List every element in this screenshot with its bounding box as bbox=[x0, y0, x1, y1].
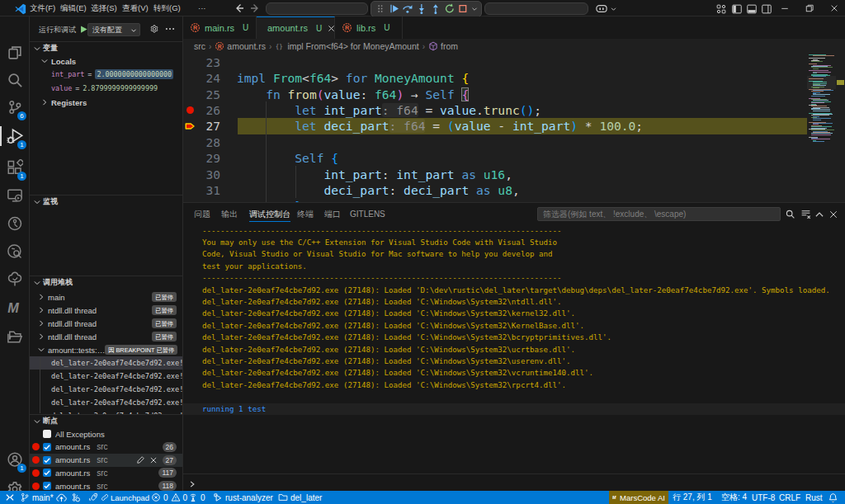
tab-lib.rs[interactable]: Rlib.rsU bbox=[335, 16, 403, 39]
statusbar-notifications[interactable] bbox=[828, 491, 838, 504]
breakpoint-row[interactable]: amount.rssrc118 bbox=[30, 479, 182, 491]
variable-row-int_part[interactable]: int_part=2.0000000000000000 bbox=[30, 68, 182, 81]
activity-source-control-icon[interactable]: 6 bbox=[0, 93, 29, 121]
statusbar-gitlens[interactable] bbox=[71, 491, 81, 504]
toggle-secondary-sidebar-icon[interactable] bbox=[762, 4, 772, 14]
stack-frame-row[interactable]: del_later-2e0eaf7e4cbe7d92.exe! bbox=[30, 383, 182, 396]
debug-restart-icon[interactable] bbox=[444, 2, 456, 16]
menu-文件[interactable]: 文件(F) bbox=[27, 0, 58, 16]
command-center-search[interactable] bbox=[266, 2, 368, 15]
breadcrumb-item[interactable]: from bbox=[441, 41, 458, 51]
statusbar-language-mode[interactable]: Rust bbox=[805, 491, 823, 504]
statusbar-cursor-position[interactable]: 行 27, 列 1 bbox=[673, 491, 712, 504]
panel-tab-gitlens[interactable]: GITLENS bbox=[350, 207, 385, 222]
statusbar-launchpad[interactable]: Launchpad bbox=[89, 491, 149, 504]
activity-run-and-debug-icon[interactable]: 1 bbox=[0, 122, 29, 150]
debug-continue-icon[interactable] bbox=[389, 2, 400, 16]
thread-row[interactable]: ntdll.dll thread已暂停 bbox=[30, 317, 182, 330]
statusbar-branch[interactable]: main* bbox=[20, 491, 67, 504]
activity-search-icon[interactable] bbox=[0, 66, 29, 94]
stack-frame-row[interactable]: del_later-2e0eaf7e4cbe7d92.exe! bbox=[30, 356, 182, 370]
panel-tab-调试控制台[interactable]: 调试控制台 bbox=[249, 207, 290, 222]
close-panel-icon[interactable] bbox=[828, 210, 838, 219]
statusbar-problems[interactable]: 00 bbox=[151, 491, 187, 504]
stack-frame-row[interactable]: del_later-2e0eaf7e4cbe7d92.exe! bbox=[30, 370, 182, 383]
maximize-panel-icon[interactable] bbox=[814, 210, 824, 219]
line-number[interactable]: 28 bbox=[183, 134, 220, 150]
line-number[interactable]: 23 bbox=[183, 54, 220, 70]
line-number[interactable]: 30 bbox=[183, 167, 220, 182]
tab-amount.rs[interactable]: Ramount.rsU bbox=[257, 16, 335, 39]
tab-main.rs[interactable]: Rmain.rsU bbox=[183, 16, 257, 39]
section-header-watch[interactable]: 监视 bbox=[30, 195, 182, 208]
debug-step-into-icon[interactable] bbox=[416, 2, 427, 16]
debug-stop-dropdown-icon[interactable] bbox=[471, 5, 478, 13]
section-header-call-stack[interactable]: 调用堆栈 bbox=[30, 276, 182, 289]
activity-remote-explorer-icon[interactable] bbox=[0, 181, 29, 210]
activity-git-history-icon[interactable] bbox=[0, 210, 29, 238]
activity-accounts-icon[interactable]: 1 bbox=[0, 445, 29, 473]
console-find-icon[interactable] bbox=[785, 209, 795, 219]
checkbox-unchecked[interactable] bbox=[43, 430, 51, 438]
debug-step-out-icon[interactable] bbox=[430, 2, 441, 16]
nav-forward-icon[interactable] bbox=[248, 2, 262, 15]
code-area[interactable]: 2324impl From<f64> for MoneyAmount {25 f… bbox=[183, 54, 807, 202]
sidebar-more-actions-icon[interactable] bbox=[165, 26, 175, 31]
debug-settings-gear-icon[interactable] bbox=[149, 24, 159, 34]
copilot-icon[interactable] bbox=[596, 3, 607, 14]
breakpoint-row[interactable]: amount.rssrc27 bbox=[30, 454, 182, 467]
line-number[interactable]: 31 bbox=[183, 182, 220, 198]
section-header-variables[interactable]: 变量 bbox=[30, 41, 182, 54]
activity-code-search-icon[interactable] bbox=[0, 238, 29, 266]
section-header-breakpoints[interactable]: 断点 bbox=[30, 414, 182, 427]
statusbar-marscode-ai[interactable]: MMarsCode AI bbox=[609, 491, 668, 504]
thread-row[interactable]: ntdll.dll thread已暂停 bbox=[30, 304, 182, 317]
activity-project-folder-icon[interactable] bbox=[0, 323, 29, 351]
customize-layout-icon[interactable] bbox=[716, 4, 726, 14]
checkbox-checked[interactable] bbox=[43, 469, 51, 477]
statusbar-encoding[interactable]: UTF-8 bbox=[752, 491, 775, 504]
nav-back-icon[interactable] bbox=[233, 2, 246, 15]
breakpoint-row-exceptions[interactable]: All Exceptions bbox=[30, 427, 182, 440]
breakpoint-row[interactable]: amount.rssrc117 bbox=[30, 466, 182, 479]
breadcrumb-item[interactable]: impl From<f64> for MoneyAmount bbox=[287, 41, 418, 51]
copilot-dropdown-icon[interactable] bbox=[610, 6, 617, 12]
panel-tab-终端[interactable]: 终端 bbox=[297, 207, 314, 222]
statusbar-remote-indicator[interactable] bbox=[5, 491, 15, 504]
window-minimize-icon[interactable] bbox=[780, 3, 790, 13]
debug-config-dropdown[interactable]: 没有配置 bbox=[87, 23, 140, 36]
line-number[interactable]: 24 bbox=[183, 70, 220, 86]
debug-stop-icon[interactable] bbox=[457, 2, 469, 16]
scope-locals[interactable]: Locals bbox=[30, 54, 182, 68]
console-input[interactable] bbox=[200, 477, 835, 490]
line-number[interactable]: 25 bbox=[183, 87, 220, 102]
activity-explorer-icon[interactable] bbox=[0, 39, 29, 67]
minimap[interactable] bbox=[807, 54, 836, 202]
breadcrumb-item[interactable]: src bbox=[194, 41, 205, 51]
thread-row[interactable]: amount::tests:…因 BREAKPOINT 已暂停 bbox=[30, 343, 182, 356]
debug-current-line-arrow-icon[interactable] bbox=[184, 121, 196, 131]
activity-todo-tree-icon[interactable] bbox=[0, 266, 29, 294]
statusbar-ports[interactable]: 0 bbox=[188, 491, 205, 504]
statusbar-indentation[interactable]: 空格: 4 bbox=[721, 491, 747, 504]
window-close-icon[interactable] bbox=[829, 3, 839, 13]
menu-编辑[interactable]: 编辑(E) bbox=[58, 0, 89, 16]
statusbar-rust-analyzer[interactable]: rust-analyzer bbox=[213, 491, 273, 504]
breadcrumb-item[interactable]: amount.rs bbox=[227, 41, 266, 51]
thread-row[interactable]: ntdll.dll thread已暂停 bbox=[30, 330, 182, 343]
activity-extensions-icon[interactable]: 1 bbox=[0, 153, 29, 181]
debug-toolbar-drag-handle[interactable] bbox=[375, 2, 386, 16]
breakpoint-gutter-icon[interactable] bbox=[186, 106, 194, 114]
statusbar-repo[interactable]: del_later bbox=[278, 491, 322, 504]
toggle-sidebar-icon[interactable] bbox=[732, 4, 742, 14]
activity-marscode-icon[interactable]: M bbox=[0, 294, 29, 322]
menu-选择[interactable]: 选择(S) bbox=[88, 0, 120, 16]
debug-console-output[interactable]: ----------------------------------------… bbox=[183, 224, 845, 473]
checkbox-checked[interactable] bbox=[43, 482, 51, 490]
thread-row[interactable]: main已暂停 bbox=[30, 290, 182, 304]
window-restore-icon[interactable] bbox=[805, 3, 814, 13]
line-number[interactable]: 29 bbox=[183, 150, 220, 166]
panel-tab-问题[interactable]: 问题 bbox=[194, 207, 210, 222]
clear-console-icon[interactable] bbox=[800, 209, 811, 219]
stack-frame-row[interactable]: del_later-2e0eaf7e4cbe7d92.exe! bbox=[30, 396, 182, 409]
